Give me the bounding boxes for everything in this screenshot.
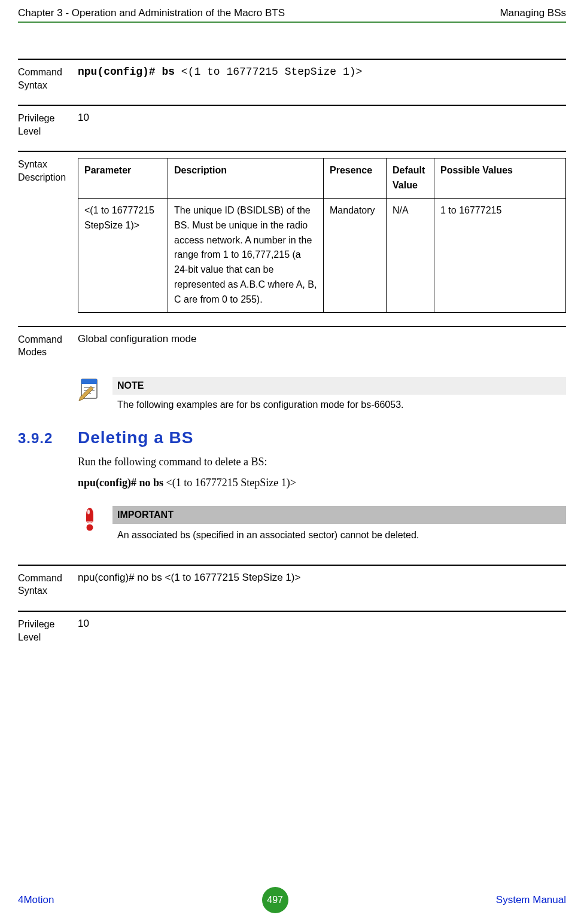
td-presence: Mandatory — [324, 198, 387, 312]
table-row: <(1 to 16777215 StepSize 1)> The unique … — [78, 198, 566, 312]
section-title: Deleting a BS — [78, 428, 193, 447]
page-number: 497 — [262, 887, 288, 913]
td-possible: 1 to 16777215 — [434, 198, 566, 312]
th-default: Default Value — [387, 158, 434, 199]
td-description: The unique ID (BSIDLSB) of the BS. Must … — [168, 198, 324, 312]
td-parameter: <(1 to 16777215 StepSize 1)> — [78, 198, 168, 312]
section-command-bold: npu(config)# no bs — [78, 477, 163, 489]
command-syntax-label-2: Command Syntax — [18, 572, 78, 597]
privilege-level-value-2: 10 — [78, 618, 566, 630]
th-parameter: Parameter — [78, 158, 168, 199]
command-modes-value: Global configuration mode — [78, 333, 566, 345]
parameter-table: Parameter Description Presence Default V… — [78, 158, 566, 312]
command-syntax-args: <(1 to 16777215 StepSize 1)> — [175, 66, 362, 78]
header-section: Managing BSs — [500, 7, 566, 19]
section-number: 3.9.2 — [18, 430, 78, 447]
command-modes-label: Command Modes — [18, 333, 78, 359]
privilege-level-value: 10 — [78, 112, 566, 124]
th-possible: Possible Values — [434, 158, 566, 199]
command-syntax-value: npu(config)# bs <(1 to 16777215 StepSize… — [78, 66, 566, 78]
command-syntax-label: Command Syntax — [18, 66, 78, 92]
footer-left: 4Motion — [18, 894, 54, 906]
svg-rect-6 — [86, 514, 93, 522]
svg-rect-1 — [81, 379, 97, 384]
note-title: NOTE — [112, 377, 566, 395]
section-paragraph: Run the following command to delete a BS… — [78, 456, 566, 468]
privilege-level-label: Privilege Level — [18, 112, 78, 138]
privilege-level-label-2: Privilege Level — [18, 618, 78, 644]
th-description: Description — [168, 158, 324, 199]
syntax-description-label: Syntax Description — [18, 158, 78, 184]
important-text: An associated bs (specified in an associ… — [112, 524, 566, 541]
command-syntax-value-2: npu(config)# no bs <(1 to 16777215 StepS… — [78, 572, 566, 584]
section-command-args: <(1 to 16777215 StepSize 1)> — [163, 477, 296, 489]
td-default: N/A — [387, 198, 434, 312]
svg-point-7 — [87, 524, 93, 530]
section-command: npu(config)# no bs <(1 to 16777215 StepS… — [78, 477, 566, 489]
note-block: NOTE The following examples are for bs c… — [78, 377, 566, 410]
important-block: IMPORTANT An associated bs (specified in… — [78, 506, 566, 541]
note-icon — [78, 377, 102, 401]
footer-right: System Manual — [496, 894, 566, 906]
th-presence: Presence — [324, 158, 387, 199]
important-title: IMPORTANT — [112, 506, 566, 524]
header-chapter: Chapter 3 - Operation and Administration… — [18, 7, 285, 19]
note-text: The following examples are for bs config… — [112, 395, 566, 410]
table-header-row: Parameter Description Presence Default V… — [78, 158, 566, 199]
important-icon — [78, 506, 102, 531]
svg-point-8 — [87, 510, 90, 514]
command-syntax-command: npu(config)# bs — [78, 66, 175, 78]
